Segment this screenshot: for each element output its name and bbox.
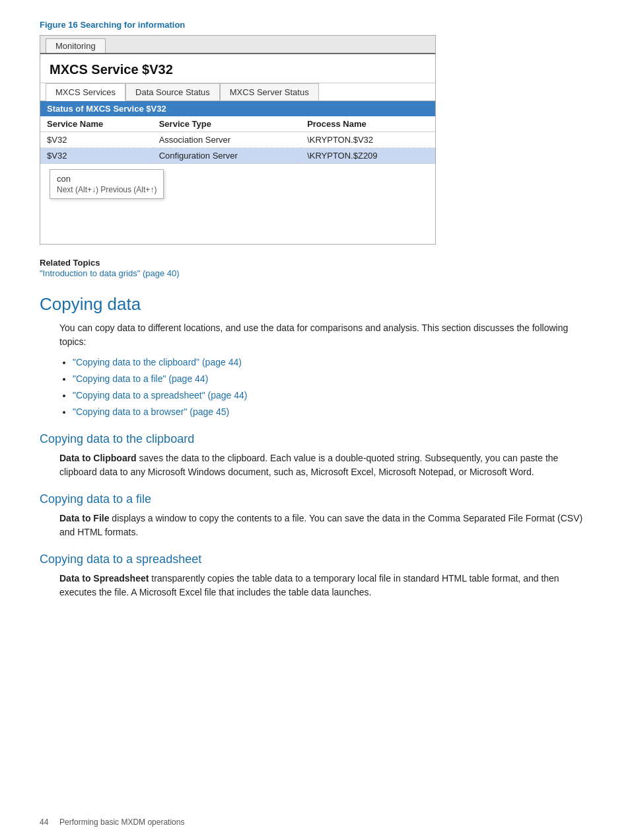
window-content: MXCS Service $V32 MXCS Services Data Sou… <box>40 54 435 244</box>
inner-tab-mxcs-server[interactable]: MXCS Server Status <box>220 83 319 100</box>
empty-area <box>40 204 435 244</box>
file-body-text: displays a window to copy the contents t… <box>59 513 582 537</box>
bullet-link-browser[interactable]: "Copying data to a browser" (page 45) <box>73 406 229 417</box>
heading-file: Copying data to a file <box>40 492 590 506</box>
section-copying-data: Copying data You can copy data to differ… <box>40 294 590 419</box>
tab-bar: Monitoring <box>40 36 435 54</box>
spreadsheet-term: Data to Spreadsheet <box>59 573 149 584</box>
related-topics-title: Related Topics <box>40 258 590 268</box>
search-popup[interactable]: con Next (Alt+↓) Previous (Alt+↑) <box>50 169 164 199</box>
section-clipboard: Copying data to the clipboard Data to Cl… <box>40 432 590 479</box>
cell-process-name: \KRYPTON.$V32 <box>300 132 435 148</box>
cell-process-name: \KRYPTON.$Z209 <box>300 148 435 164</box>
copying-data-intro: You can copy data to different locations… <box>59 321 590 349</box>
col-service-type: Service Type <box>153 116 300 132</box>
page-footer: 44 Performing basic MXDM operations <box>40 818 184 827</box>
clipboard-body: Data to Clipboard saves the data to the … <box>59 451 590 479</box>
inner-tabs: MXCS Services Data Source Status MXCS Se… <box>40 83 435 101</box>
file-body: Data to File displays a window to copy t… <box>59 512 590 539</box>
monitoring-tab[interactable]: Monitoring <box>46 38 106 53</box>
bullet-link-spreadsheet[interactable]: "Copying data to a spreadsheet" (page 44… <box>73 390 247 401</box>
heading-copying-data: Copying data <box>40 294 590 315</box>
heading-clipboard: Copying data to the clipboard <box>40 432 590 446</box>
col-service-name: Service Name <box>40 116 153 132</box>
heading-spreadsheet: Copying data to a spreadsheet <box>40 553 590 566</box>
screenshot-box: Monitoring MXCS Service $V32 MXCS Servic… <box>40 35 436 245</box>
file-term: Data to File <box>59 513 109 523</box>
footer-text: Performing basic MXDM operations <box>59 818 184 827</box>
figure-caption: Figure 16 Searching for information <box>40 20 590 30</box>
clipboard-term: Data to Clipboard <box>59 453 137 463</box>
search-nav-text: Next (Alt+↓) Previous (Alt+↑) <box>57 185 157 194</box>
search-input-text: con <box>57 174 157 184</box>
table-header-row: Service Name Service Type Process Name <box>40 116 435 132</box>
cell-service-name: $V32 <box>40 148 153 164</box>
bullet-link-clipboard[interactable]: "Copying data to the clipboard" (page 44… <box>73 357 242 367</box>
copying-data-bullets: "Copying data to the clipboard" (page 44… <box>73 356 590 419</box>
inner-tab-data-source[interactable]: Data Source Status <box>125 83 220 100</box>
list-item[interactable]: "Copying data to the clipboard" (page 44… <box>73 356 590 369</box>
data-table: Service Name Service Type Process Name $… <box>40 116 435 164</box>
cell-service-name: $V32 <box>40 132 153 148</box>
table-row[interactable]: $V32 Association Server \KRYPTON.$V32 <box>40 132 435 148</box>
related-topics-link[interactable]: "Introduction to data grids" (page 40) <box>40 268 180 278</box>
related-topics: Related Topics "Introduction to data gri… <box>40 258 590 278</box>
section-file: Copying data to a file Data to File disp… <box>40 492 590 539</box>
list-item[interactable]: "Copying data to a spreadsheet" (page 44… <box>73 389 590 402</box>
cell-service-type: Configuration Server <box>153 148 300 164</box>
list-item[interactable]: "Copying data to a browser" (page 45) <box>73 405 590 419</box>
status-header: Status of MXCS Service $V32 <box>40 101 435 116</box>
table-row[interactable]: $V32 Configuration Server \KRYPTON.$Z209 <box>40 148 435 164</box>
window-title: MXCS Service $V32 <box>40 54 435 83</box>
cell-service-type: Association Server <box>153 132 300 148</box>
spreadsheet-body: Data to Spreadsheet transparently copies… <box>59 572 590 599</box>
bullet-link-file[interactable]: "Copying data to a file" (page 44) <box>73 373 208 384</box>
inner-tab-mxcs-services[interactable]: MXCS Services <box>46 83 125 101</box>
list-item[interactable]: "Copying data to a file" (page 44) <box>73 372 590 386</box>
page-number: 44 <box>40 818 48 827</box>
col-process-name: Process Name <box>300 116 435 132</box>
section-spreadsheet: Copying data to a spreadsheet Data to Sp… <box>40 553 590 599</box>
